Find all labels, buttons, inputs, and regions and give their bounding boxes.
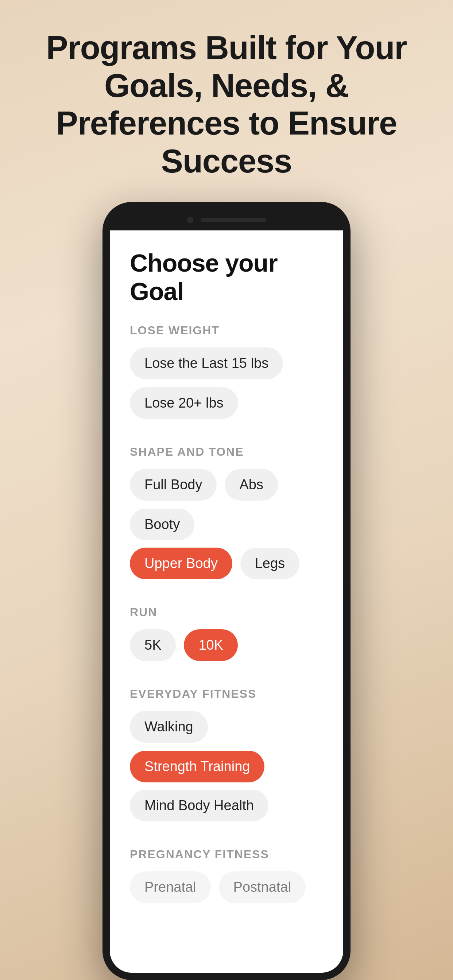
page-title: Programs Built for Your Goals, Needs, & …: [0, 0, 453, 202]
screen-title: Choose your Goal: [130, 249, 323, 305]
section-run: RUN 5K 10K: [130, 606, 323, 668]
section-pregnancy: PREGNANCY FITNESS Prenatal Postnatal: [130, 848, 323, 903]
section-label-run: RUN: [130, 606, 323, 619]
section-label-shape-tone: SHAPE AND TONE: [130, 445, 323, 459]
pills-row-pregnancy: Prenatal Postnatal: [130, 871, 323, 903]
phone-camera: [187, 216, 193, 223]
pill-10k[interactable]: 10K: [184, 629, 238, 661]
section-label-pregnancy: PREGNANCY FITNESS: [130, 848, 323, 861]
pill-abs[interactable]: Abs: [225, 469, 278, 501]
section-label-lose-weight: LOSE WEIGHT: [130, 324, 323, 337]
phone-notch: [110, 213, 343, 231]
pill-strength-training[interactable]: Strength Training: [130, 751, 265, 783]
section-lose-weight: LOSE WEIGHT Lose the Last 15 lbs Lose 20…: [130, 324, 323, 426]
pill-upper-body[interactable]: Upper Body: [130, 547, 232, 579]
pill-lose-20-plus[interactable]: Lose 20+ lbs: [130, 387, 238, 419]
section-label-everyday: EVERYDAY FITNESS: [130, 687, 323, 701]
phone-mockup: Choose your Goal LOSE WEIGHT Lose the La…: [102, 202, 351, 980]
pills-row-lose-weight: Lose the Last 15 lbs Lose 20+ lbs: [130, 347, 323, 419]
phone-screen: Choose your Goal LOSE WEIGHT Lose the La…: [110, 231, 343, 973]
pill-booty[interactable]: Booty: [130, 509, 195, 540]
pills-row-shape-2: Upper Body Legs: [130, 547, 323, 579]
pills-row-everyday-1: Walking Strength Training: [130, 711, 323, 783]
pills-row-run: 5K 10K: [130, 629, 323, 661]
pill-walking[interactable]: Walking: [130, 711, 208, 743]
pill-lose-last-15[interactable]: Lose the Last 15 lbs: [130, 347, 283, 379]
pill-postnatal[interactable]: Postnatal: [219, 871, 306, 903]
pill-5k[interactable]: 5K: [130, 629, 176, 661]
section-shape-tone: SHAPE AND TONE Full Body Abs Booty Upper…: [130, 445, 323, 587]
pill-prenatal[interactable]: Prenatal: [130, 871, 211, 903]
pills-row-shape-1: Full Body Abs Booty: [130, 469, 323, 540]
pill-mind-body-health[interactable]: Mind Body Health: [130, 790, 268, 821]
section-everyday-fitness: EVERYDAY FITNESS Walking Strength Traini…: [130, 687, 323, 829]
pill-legs[interactable]: Legs: [240, 547, 300, 579]
pills-row-everyday-2: Mind Body Health: [130, 790, 323, 821]
phone-speaker: [201, 218, 266, 222]
pill-full-body[interactable]: Full Body: [130, 469, 217, 501]
